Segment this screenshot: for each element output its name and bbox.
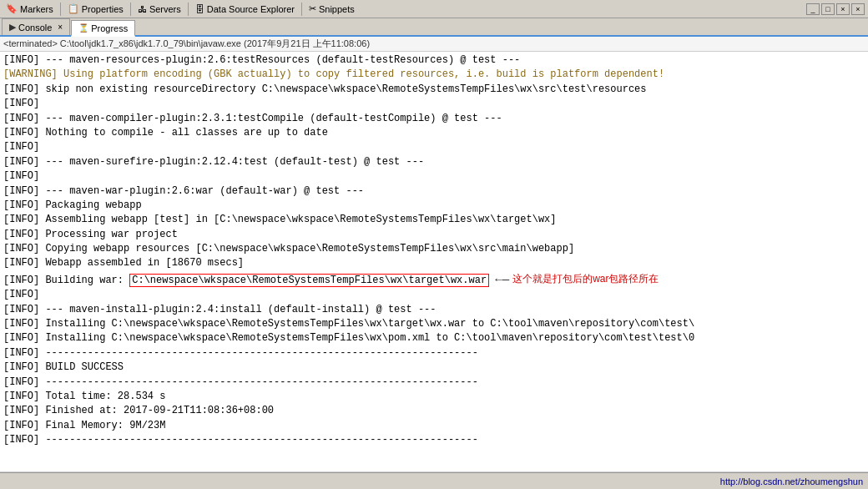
toolbar-sep-3 [188,3,189,16]
close-view-button[interactable]: × [836,3,850,15]
toolbar-sep-1 [60,3,61,16]
list-item: [INFO] ---------------------------------… [3,346,865,360]
servers-icon: 🖧 [138,4,147,14]
annotation-container: ←— 这个就是打包后的war包路径所在 [495,271,659,288]
servers-label: Servers [149,4,181,14]
window-controls: _ □ × × [806,3,866,15]
console-tab-label: Console [18,23,52,33]
build-success-line: [INFO] BUILD SUCCESS [3,360,865,375]
list-item: [INFO] --- maven-resources-plugin:2.6:te… [3,53,865,68]
console-tab-close[interactable]: × [58,23,63,32]
list-item: [INFO] Installing C:\newspace\wkspace\Re… [3,331,865,345]
datasource-button[interactable]: 🗄 Data Source Explorer [191,1,299,18]
finished-at-line: [INFO] Finished at: 2017-09-21T11:08:36+… [3,404,865,418]
snippets-icon: ✂ [309,3,316,14]
list-item: [INFO] Nothing to compile - all classes … [3,126,865,140]
arrow-icon: ←— [495,271,509,288]
servers-button[interactable]: 🖧 Servers [134,1,185,18]
status-bar: <terminated> C:\tool\jdk1.7_x86\jdk1.7.0… [0,37,868,52]
tab-progress[interactable]: ⏳ Progress [71,20,135,37]
list-item: [INFO] Total time: 28.534 s [3,390,865,404]
markers-icon: 🔖 [6,3,18,14]
toolbar-sep-4 [301,3,302,16]
list-item: [INFO] Copying webapp resources [C:\news… [3,242,865,256]
list-item: [INFO] --- maven-war-plugin:2.6:war (def… [3,184,865,199]
list-item: [INFO] Processing war project [3,228,865,242]
list-item: [INFO] Assembling webapp [test] in [C:\n… [3,213,865,227]
war-path-highlight: C:\newspace\wkspace\RemoteSystemsTempFil… [129,274,489,287]
tab-console[interactable]: ▶ Console × [2,18,70,35]
datasource-label: Data Source Explorer [207,4,295,14]
tab-bar: ▶ Console × ⏳ Progress [0,18,868,37]
list-item: [INFO] skip non existing resourceDirecto… [3,83,865,97]
close-all-button[interactable]: × [851,3,865,15]
properties-icon: 📋 [68,3,79,14]
datasource-icon: 🗄 [195,4,204,14]
status-text: <terminated> C:\tool\jdk1.7_x86\jdk1.7.0… [3,38,370,50]
list-item: [INFO] ---------------------------------… [3,376,865,390]
minimize-button[interactable]: _ [806,3,820,15]
maximize-button[interactable]: □ [821,3,835,15]
bottom-bar: http://blog.csdn.net/zhoumengshun [0,472,868,489]
list-item: [INFO] [3,169,865,184]
console-tab-icon: ▶ [9,22,16,33]
annotation-text: 这个就是打包后的war包路径所在 [512,272,659,286]
building-war-line: [INFO] Building war: C:\newspace\wkspace… [3,271,865,288]
list-item: [INFO] Installing C:\newspace\wkspace\Re… [3,317,865,331]
list-item: [INFO] ---------------------------------… [3,433,865,447]
list-item: [INFO] --- maven-compiler-plugin:2.3.1:t… [3,112,865,126]
toolbar-sep-2 [130,3,131,16]
markers-label: Markers [20,4,53,14]
list-item: [INFO] --- maven-surefire-plugin:2.12.4:… [3,155,865,169]
properties-button[interactable]: 📋 Properties [63,1,128,18]
progress-tab-label: Progress [91,23,128,33]
list-item: [INFO] Final Memory: 9M/23M [3,419,865,433]
list-item: [WARNING] Using platform encoding (GBK a… [3,68,865,82]
blog-url: http://blog.csdn.net/zhoumengshun [720,476,863,486]
list-item: [INFO] Packaging webapp [3,199,865,213]
list-item: [INFO] [3,140,865,154]
list-item: [INFO] --- maven-install-plugin:2.4:inst… [3,303,865,317]
markers-button[interactable]: 🔖 Markers [2,1,58,18]
list-item: [INFO] Webapp assembled in [18670 msecs] [3,256,865,270]
snippets-button[interactable]: ✂ Snippets [305,1,359,18]
properties-label: Properties [82,4,124,14]
progress-tab-icon: ⏳ [78,23,88,33]
toolbar: 🔖 Markers 📋 Properties 🖧 Servers 🗄 Data … [0,0,868,18]
list-item: [INFO] [3,97,865,111]
snippets-label: Snippets [319,4,355,14]
list-item: [INFO] [3,288,865,302]
console-output[interactable]: [INFO] --- maven-resources-plugin:2.6:te… [0,52,868,472]
